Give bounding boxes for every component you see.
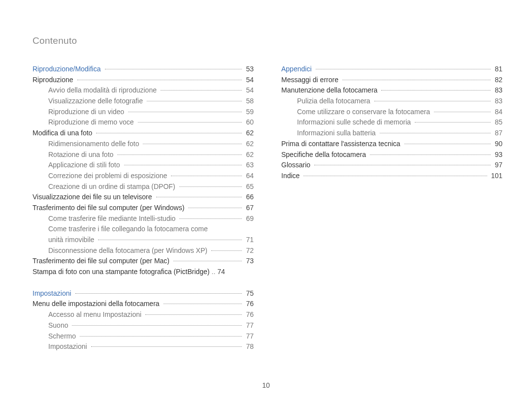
toc-entry[interactable]: Rotazione di una foto62 xyxy=(33,150,254,160)
toc-leader-dots xyxy=(156,197,242,197)
toc-leader-dots xyxy=(434,112,491,112)
toc-entry[interactable]: Riproduzione/Modifica53 xyxy=(33,64,254,75)
toc-entry[interactable]: Trasferimento dei file sul computer (per… xyxy=(33,203,254,214)
toc-entry-label: Impostazioni xyxy=(48,341,89,352)
toc-entry-label: Informazioni sulle schede di memoria xyxy=(297,117,413,128)
toc-entry[interactable]: Impostazioni78 xyxy=(33,341,254,352)
toc-leader-dots xyxy=(211,250,242,251)
toc-entry[interactable]: Avvio della modalità di riproduzione54 xyxy=(33,85,254,96)
toc-entry-label: Accesso al menu Impostazioni xyxy=(48,309,143,320)
toc-leader-dots xyxy=(374,101,491,101)
toc-entry-page: 58 xyxy=(244,96,254,107)
toc-entry-label: Riproduzione di un video xyxy=(48,107,126,118)
toc-leader-dots xyxy=(105,69,242,69)
toc-entry[interactable]: Manutenzione della fotocamera83 xyxy=(281,85,502,96)
toc-entry-label: Appendici xyxy=(281,64,314,75)
toc-entry[interactable]: Menu delle impostazioni della fotocamera… xyxy=(33,299,254,309)
toc-leader-dots xyxy=(381,90,491,91)
toc-entry-page: 64 xyxy=(244,171,254,182)
toc-entry[interactable]: Messaggi di errore82 xyxy=(281,75,502,86)
toc-entry[interactable]: Appendici81 xyxy=(281,64,502,75)
toc-entry-page: 83 xyxy=(493,85,502,96)
toc-entry-page: 74 xyxy=(215,267,225,278)
toc-entry[interactable]: Schermo77 xyxy=(33,331,254,342)
toc-entry-label: Come utilizzare o conservare la fotocame… xyxy=(297,107,432,118)
toc-entry-page: 69 xyxy=(244,214,254,224)
toc-entry[interactable]: Indice101 xyxy=(281,171,502,182)
toc-entry-label: Riproduzione xyxy=(33,75,75,86)
toc-leader-dots xyxy=(179,218,242,219)
toc-entry-page: 65 xyxy=(244,182,254,192)
toc-entry[interactable]: Riproduzione di memo voce60 xyxy=(33,117,254,128)
toc-entry[interactable]: Informazioni sulle schede di memoria85 xyxy=(281,117,502,128)
toc-entry-page: 78 xyxy=(244,341,254,352)
toc-entry-page: 72 xyxy=(244,246,254,256)
toc-entry-page: 76 xyxy=(244,309,254,320)
toc-entry-label: Menu delle impostazioni della fotocamera xyxy=(33,299,162,309)
toc-entry[interactable]: Stampa di foto con una stampante fotogra… xyxy=(33,267,254,278)
toc-entry-label: Applicazione di stili foto xyxy=(48,160,122,171)
document-page: Contenuto Riproduzione/Modifica53Riprodu… xyxy=(0,0,532,401)
toc-entry[interactable]: Specifiche della fotocamera93 xyxy=(281,150,502,160)
toc-entry[interactable]: Ridimensionamento delle foto62 xyxy=(33,139,254,150)
toc-entry-label: Come trasferire file mediante Intelli-st… xyxy=(48,214,177,224)
toc-entry-page: 90 xyxy=(493,139,502,150)
toc-leader-dots xyxy=(145,314,242,315)
toc-entry[interactable]: Prima di contattare l'assistenza tecnica… xyxy=(281,139,502,150)
toc-entry-label: Schermo xyxy=(48,331,78,342)
toc-entry-label: Visualizzazione dei file su un televisor… xyxy=(33,192,154,203)
toc-leader-dots xyxy=(164,304,242,304)
toc-entry[interactable]: Glossario97 xyxy=(281,160,502,171)
toc-entry[interactable]: Modifica di una foto62 xyxy=(33,128,254,139)
page-number: 10 xyxy=(0,381,532,389)
toc-entry-wrap-start: Come trasferire i file collegando la fot… xyxy=(33,224,254,235)
toc-entry-page: 93 xyxy=(493,150,502,160)
toc-entry-label: Prima di contattare l'assistenza tecnica xyxy=(281,139,402,150)
toc-entry-label: Riproduzione di memo voce xyxy=(48,117,136,128)
toc-entry-label: Informazioni sulla batteria xyxy=(297,128,378,139)
toc-entry-label: Ridimensionamento delle foto xyxy=(48,139,141,150)
toc-entry[interactable]: Disconnessione della fotocamera (per Win… xyxy=(33,246,254,256)
toc-entry[interactable]: Impostazioni75 xyxy=(33,288,254,299)
toc-leader-dots xyxy=(380,133,491,133)
toc-entry-page: 101 xyxy=(489,171,502,182)
toc-entry-page: 81 xyxy=(493,64,502,75)
toc-entry[interactable]: Riproduzione di un video59 xyxy=(33,107,254,118)
toc-entry[interactable]: Informazioni sulla batteria87 xyxy=(281,128,502,139)
toc-entry[interactable]: Come trasferire file mediante Intelli-st… xyxy=(33,214,254,224)
toc-entry[interactable]: Pulizia della fotocamera83 xyxy=(281,96,502,107)
toc-leader-dots xyxy=(98,240,242,240)
toc-column-right: Appendici81Messaggi di errore82Manutenzi… xyxy=(281,64,502,352)
toc-entry-page: 71 xyxy=(244,235,254,246)
toc-entry[interactable]: Accesso al menu Impostazioni76 xyxy=(33,309,254,320)
toc-entry-page: 62 xyxy=(244,150,254,160)
toc-entry-label: Stampa di foto con una stampante fotogra… xyxy=(33,267,212,278)
toc-entry-label: Correzione dei problemi di esposizione xyxy=(48,171,169,182)
toc-leader-dots xyxy=(147,101,242,101)
toc-entry-page: 85 xyxy=(493,117,502,128)
toc-leader-dots xyxy=(138,122,242,123)
toc-entry[interactable]: Visualizzazione delle fotografie58 xyxy=(33,96,254,107)
toc-entry-page: 66 xyxy=(244,192,254,203)
toc-entry[interactable]: Creazione di un ordine di stampa (DPOF)6… xyxy=(33,182,254,192)
toc-entry-page: 54 xyxy=(244,85,254,96)
toc-leader-dots xyxy=(124,165,242,165)
toc-leader-dots xyxy=(404,144,491,144)
toc-leader-dots xyxy=(75,293,242,294)
toc-entry[interactable]: unità rimovibile71 xyxy=(33,235,254,246)
toc-entry-page: 97 xyxy=(493,160,502,171)
toc-leader-dots: .. xyxy=(212,267,216,278)
toc-entry-page: 62 xyxy=(244,139,254,150)
toc-entry[interactable]: Visualizzazione dei file su un televisor… xyxy=(33,192,254,203)
toc-entry[interactable]: Riproduzione54 xyxy=(33,75,254,86)
toc-entry[interactable]: Applicazione di stili foto63 xyxy=(33,160,254,171)
toc-entry[interactable]: Suono77 xyxy=(33,320,254,331)
toc-leader-dots xyxy=(91,346,242,347)
toc-entry[interactable]: Come utilizzare o conservare la fotocame… xyxy=(281,107,502,118)
toc-leader-dots xyxy=(128,112,242,112)
toc-entry-label: Impostazioni xyxy=(33,288,73,299)
toc-entry[interactable]: Trasferimento dei file sul computer (per… xyxy=(33,256,254,267)
toc-entry[interactable]: Correzione dei problemi di esposizione64 xyxy=(33,171,254,182)
toc-leader-dots xyxy=(342,80,491,80)
toc-entry-page: 73 xyxy=(244,256,254,267)
